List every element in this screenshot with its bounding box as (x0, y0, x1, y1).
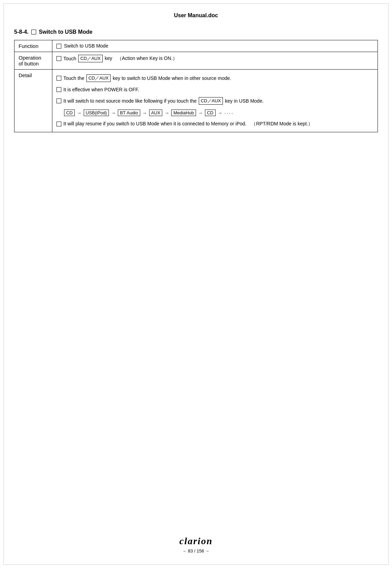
detail-label: Detail (14, 70, 52, 132)
operation-key-text: key （Action when Key is ON.） (105, 55, 177, 62)
operation-row: Operationof button Touch CD／AUX key （Act… (14, 52, 378, 70)
section-heading: 5-8-4. Switch to USB Mode (14, 29, 378, 35)
detail-keybox-3: CD／AUX (199, 97, 223, 105)
flow-arrow-6: → (218, 110, 223, 116)
detail-cb-1 (56, 76, 61, 81)
function-label: Function (14, 40, 52, 52)
doc-title: User Manual.doc (14, 12, 378, 19)
operation-checkbox-icon (56, 56, 61, 61)
flow-cd: CD (64, 110, 75, 116)
detail-text-2: It is effective when POWER is OFF. (63, 87, 139, 92)
detail-line-3: It will switch to next source mode like … (56, 97, 373, 105)
function-text: Switch to USB Mode (64, 43, 108, 49)
operation-touch: Touch (63, 56, 76, 61)
detail-text-1b: key to switch to USB Mode when in other … (113, 75, 231, 81)
flow-bt: BT Audio (118, 110, 140, 116)
detail-cb-3 (56, 99, 61, 103)
detail-cb-2 (56, 87, 61, 92)
flow-usb: USB(iPod) (84, 110, 109, 116)
main-table: Function Switch to USB Mode Operationof … (14, 40, 378, 132)
detail-text-3b: key in USB Mode. (225, 98, 264, 104)
operation-label: Operationof button (14, 52, 52, 70)
detail-keybox-1: CD／AUX (86, 74, 111, 82)
flow-aux: AUX (149, 110, 163, 116)
function-content: Switch to USB Mode (52, 40, 378, 52)
section-checkbox-icon (31, 30, 36, 34)
section-heading-text: Switch to USB Mode (39, 29, 93, 35)
footer: clarion － 83 / 156 － (4, 536, 388, 554)
flow-mediahub: MediaHub (171, 110, 196, 116)
detail-flow-line: CD → USB(iPod) → BT Audio → AUX → MediaH… (64, 110, 373, 116)
flow-arrow-1: → (77, 110, 82, 116)
function-checkbox-icon (56, 44, 61, 49)
operation-key-box: CD／AUX (78, 55, 103, 62)
detail-row: Detail Touch the CD／AUX key to switch to… (14, 70, 378, 132)
flow-arrow-4: → (164, 110, 169, 116)
flow-arrow-3: → (142, 110, 147, 116)
detail-text-1a: Touch the (63, 75, 84, 81)
flow-dots: ···· (225, 110, 234, 116)
operation-content: Touch CD／AUX key （Action when Key is ON.… (52, 52, 378, 70)
detail-cb-5 (56, 122, 61, 126)
detail-content: Touch the CD／AUX key to switch to USB Mo… (52, 70, 378, 132)
detail-line-1: Touch the CD／AUX key to switch to USB Mo… (56, 74, 373, 82)
page-container: User Manual.doc 5-8-4. Switch to USB Mod… (3, 3, 389, 565)
flow-arrow-5: → (198, 110, 203, 116)
detail-line-2: It is effective when POWER is OFF. (56, 87, 373, 92)
flow-cd2: CD (205, 110, 216, 116)
detail-text-3a: It will switch to next source mode like … (63, 98, 197, 104)
flow-arrow-2: → (111, 110, 116, 116)
detail-line-5: It will play resume if you switch to USB… (56, 121, 373, 127)
page-number: － 83 / 156 － (4, 548, 388, 554)
operation-line: Touch CD／AUX key （Action when Key is ON.… (56, 55, 373, 62)
detail-text-5: It will play resume if you switch to USB… (63, 121, 313, 127)
clarion-logo: clarion (4, 536, 388, 547)
function-row: Function Switch to USB Mode (14, 40, 378, 52)
section-number: 5-8-4. (14, 29, 29, 35)
